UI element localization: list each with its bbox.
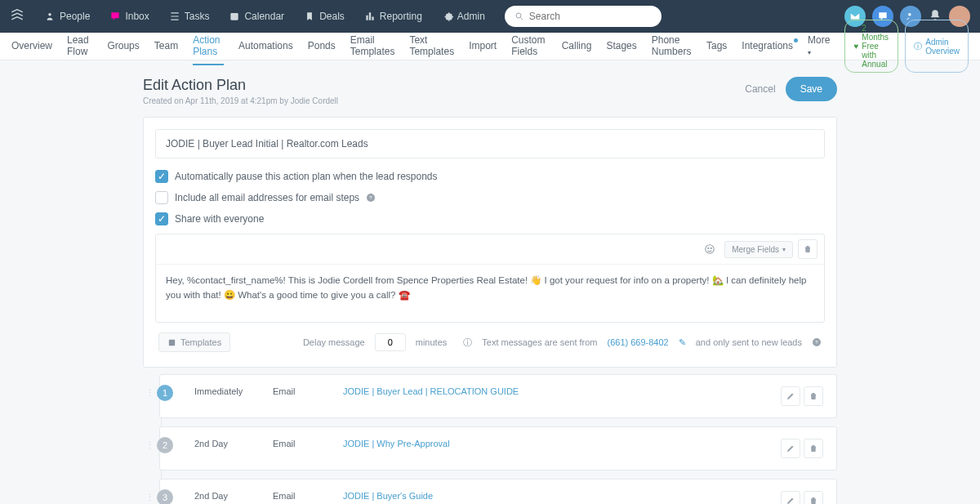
tab-email-templates[interactable]: Email Templates	[350, 28, 395, 65]
step-number: 2	[157, 437, 173, 453]
step-inner: 2nd Day Email JODIE | Buyer's Guide	[194, 491, 823, 504]
nav-tasks-label: Tasks	[185, 11, 210, 22]
step-actions	[781, 439, 823, 458]
delete-step-button[interactable]	[804, 439, 823, 458]
message-body[interactable]: Hey, %contact_first_name%! This is Jodie…	[156, 265, 824, 322]
delay-input[interactable]	[375, 333, 406, 351]
nav-reporting[interactable]: Reporting	[356, 6, 430, 27]
svg-rect-1	[231, 13, 238, 20]
phone-number: (661) 669-8402	[608, 337, 669, 347]
step-actions	[781, 386, 823, 406]
save-button[interactable]: Save	[786, 77, 837, 101]
info-icon: ⓘ	[463, 337, 472, 349]
tab-integrations[interactable]: Integrations	[742, 33, 793, 60]
checkbox-share[interactable]: ✓	[155, 212, 168, 225]
emoji-button[interactable]	[700, 239, 719, 259]
tab-phone-numbers[interactable]: Phone Numbers	[652, 28, 692, 65]
templates-button[interactable]: Templates	[158, 332, 230, 352]
tab-automations[interactable]: Automations	[238, 33, 293, 60]
edit-step-button[interactable]	[781, 386, 800, 406]
integrations-dot-icon	[794, 38, 798, 42]
tab-tags[interactable]: Tags	[706, 33, 727, 60]
sent-from-prefix: Text messages are sent from	[482, 337, 597, 347]
edit-step-button[interactable]	[781, 491, 800, 504]
admin-icon	[442, 11, 453, 22]
cancel-button[interactable]: Cancel	[745, 83, 775, 95]
pencil-icon	[786, 391, 795, 401]
step-row: ⋮⋮ 1 Immediately Email JODIE | Buyer Lea…	[159, 374, 837, 418]
nav-calendar[interactable]: Calendar	[220, 6, 292, 27]
step-inner: Immediately Email JODIE | Buyer Lead | R…	[194, 386, 823, 406]
message-footer: Templates Delay message minutes ⓘ Text m…	[155, 323, 825, 355]
checkbox-pause-label: Automatically pause this action plan whe…	[175, 171, 438, 182]
help-icon[interactable]: ?	[812, 337, 822, 347]
tab-custom-fields[interactable]: Custom Fields	[511, 28, 547, 65]
help-icon[interactable]: ?	[366, 193, 376, 203]
step-type: Email	[273, 386, 330, 396]
topbar-left: People Inbox Tasks Calendar Deals Report…	[10, 6, 662, 27]
checkbox-share-row: ✓ Share with everyone	[155, 212, 825, 225]
admin-overview-pill[interactable]: ⓘ Admin Overview	[905, 20, 969, 73]
step-row: ⋮⋮ 2 2nd Day Email JODIE | Why Pre-Appro…	[159, 426, 837, 471]
nav-deals-label: Deals	[319, 11, 345, 22]
tab-overview[interactable]: Overview	[11, 33, 52, 60]
tab-calling[interactable]: Calling	[562, 33, 592, 60]
edit-phone-button[interactable]: ✎	[679, 337, 686, 348]
search-icon	[514, 11, 524, 21]
checkbox-pause[interactable]: ✓	[155, 170, 168, 183]
nav-people-label: People	[60, 11, 90, 22]
pencil-icon	[786, 444, 795, 453]
step-title-link[interactable]: JODIE | Buyer's Guide	[343, 491, 768, 501]
plan-name-input[interactable]	[155, 129, 825, 158]
page-title: Edit Action Plan	[143, 77, 338, 94]
delete-step-button[interactable]	[804, 491, 823, 504]
merge-fields-button[interactable]: Merge Fields	[724, 241, 793, 258]
nav-deals[interactable]: Deals	[296, 6, 353, 27]
pencil-icon	[786, 496, 795, 504]
delay-label: Delay message	[303, 337, 365, 347]
tab-groups[interactable]: Groups	[107, 33, 139, 60]
edit-step-button[interactable]	[781, 439, 800, 458]
tab-ponds[interactable]: Ponds	[308, 33, 336, 60]
checkbox-emails[interactable]	[155, 191, 168, 204]
step-inner: 2nd Day Email JODIE | Why Pre-Approval	[194, 439, 823, 458]
svg-point-7	[708, 248, 709, 248]
nav-tasks[interactable]: Tasks	[161, 6, 218, 27]
tab-more[interactable]: More	[808, 28, 830, 65]
deals-icon	[304, 11, 315, 22]
nav-inbox[interactable]: Inbox	[101, 6, 157, 27]
tab-action-plans[interactable]: Action Plans	[193, 28, 224, 65]
nav-reporting-label: Reporting	[380, 11, 422, 22]
nav-admin[interactable]: Admin	[434, 6, 493, 27]
notifications-button[interactable]	[928, 8, 942, 25]
tab-stages[interactable]: Stages	[606, 33, 636, 60]
svg-point-8	[710, 248, 711, 248]
steps-timeline: ⋮⋮ 1 Immediately Email JODIE | Buyer Lea…	[143, 374, 837, 504]
checkbox-emails-row: Include all email addresses for email st…	[155, 191, 825, 204]
tab-team[interactable]: Team	[154, 33, 178, 60]
page-header-right: Cancel Save	[745, 77, 837, 101]
checkbox-emails-label: Include all email addresses for email st…	[175, 192, 359, 203]
step-title-link[interactable]: JODIE | Why Pre-Approval	[343, 439, 768, 448]
sent-from-suffix: and only sent to new leads	[696, 337, 802, 347]
trash-icon	[803, 244, 813, 254]
delete-step-button[interactable]	[804, 386, 823, 406]
tab-text-templates[interactable]: Text Templates	[409, 28, 454, 65]
templates-icon	[167, 338, 176, 347]
search-box[interactable]	[505, 6, 662, 27]
promo-pill-label: 2 Months Free with Annual	[862, 24, 889, 69]
search-wrapper	[505, 6, 662, 27]
tab-import[interactable]: Import	[469, 33, 497, 60]
search-input[interactable]	[529, 11, 652, 22]
step-title-link[interactable]: JODIE | Buyer Lead | RELOCATION GUIDE	[343, 386, 768, 396]
admin-overview-label: Admin Overview	[925, 38, 960, 56]
logo-icon	[10, 9, 24, 24]
nav-people[interactable]: People	[36, 6, 98, 27]
step-type: Email	[273, 439, 330, 448]
promo-pill[interactable]: ♥ 2 Months Free with Annual	[844, 20, 898, 73]
trash-icon	[808, 496, 818, 504]
emoji-icon	[704, 243, 715, 255]
delete-message-button[interactable]	[798, 239, 817, 259]
page-header-left: Edit Action Plan Created on Apr 11th, 20…	[143, 77, 338, 105]
tab-lead-flow[interactable]: Lead Flow	[67, 28, 92, 65]
